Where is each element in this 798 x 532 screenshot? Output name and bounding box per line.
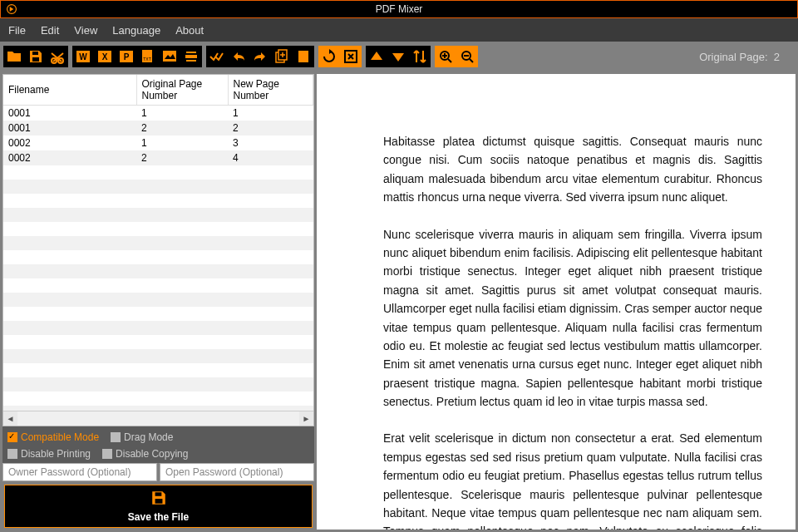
open-file-button[interactable] [3,46,25,67]
owner-password-input[interactable] [2,463,157,481]
import-excel-button[interactable] [94,46,116,67]
horizontal-scrollbar[interactable]: ◄ ► [3,411,313,426]
redo-button[interactable] [249,46,271,67]
zoom-in-button[interactable] [435,46,456,67]
disable-printing-checkbox[interactable]: Disable Printing [7,448,91,460]
save-icon [150,490,167,510]
move-down-button[interactable] [387,46,409,67]
save-file-button[interactable] [25,46,47,67]
toolbar: Original Page: 2 [0,42,798,71]
import-ppt-button[interactable] [116,46,137,67]
open-password-input[interactable] [160,463,314,481]
menu-about[interactable]: About [175,24,204,37]
doc-paragraph: Habitasse platea dictumst quisque sagitt… [383,132,762,207]
duplicate-button[interactable] [271,46,293,67]
menu-edit[interactable]: Edit [41,24,59,37]
page-table[interactable]: Filename Original Page Number New Page N… [2,74,314,426]
app-icon [3,1,20,17]
table-row[interactable]: 000122 [3,121,313,135]
doc-paragraph: Erat velit scelerisque in dictum non con… [383,429,762,530]
scroll-left-icon[interactable]: ◄ [3,411,17,426]
zoom-out-button[interactable] [456,46,478,67]
scroll-right-icon[interactable]: ► [299,411,313,426]
title-bar: PDF Mixer [0,0,798,18]
insert-blank-button[interactable] [293,46,314,67]
table-row[interactable]: 000224 [3,150,313,165]
col-orig[interactable]: Original Page Number [136,75,228,106]
import-image-button[interactable] [159,46,180,67]
cut-page-button[interactable] [47,46,68,67]
menu-file[interactable]: File [8,24,26,37]
document-viewer[interactable]: Habitasse platea dictumst quisque sagitt… [317,74,796,530]
undo-button[interactable] [228,46,249,67]
drag-mode-checkbox[interactable]: Drag Mode [111,431,173,443]
col-filename[interactable]: Filename [3,75,136,106]
select-all-button[interactable] [206,46,228,67]
move-up-button[interactable] [366,46,387,67]
scan-button[interactable] [180,46,202,67]
original-page-status: Original Page: 2 [699,51,780,63]
window-title: PDF Mixer [1,3,797,15]
compatible-mode-checkbox[interactable]: Compatible Mode [7,431,99,443]
menu-language[interactable]: Language [112,24,160,37]
table-row[interactable]: 000213 [3,135,313,150]
rotate-button[interactable] [318,46,340,67]
table-row[interactable]: 000111 [3,106,313,121]
menu-view[interactable]: View [74,24,97,37]
doc-paragraph: Nunc scelerisque viverra mauris in aliqu… [383,225,762,411]
import-word-button[interactable] [72,46,94,67]
import-txt-button[interactable] [137,46,159,67]
menu-bar: File Edit View Language About [0,18,798,42]
save-the-file-button[interactable]: Save the File [4,485,313,528]
delete-page-button[interactable] [340,46,362,67]
disable-copying-checkbox[interactable]: Disable Copying [102,448,188,460]
reorder-button[interactable] [409,46,431,67]
col-new[interactable]: New Page Number [228,75,313,106]
